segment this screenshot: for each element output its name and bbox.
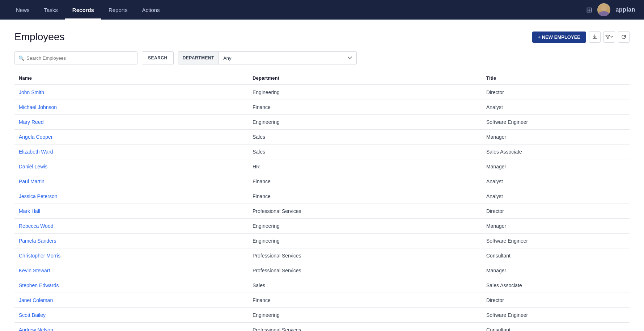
filter-icon [605,34,610,39]
new-employee-button[interactable]: + NEW EMPLOYEE [532,32,586,43]
employee-department: Sales [248,144,482,159]
search-input-wrap: 🔍 [14,51,137,64]
nav-item-news[interactable]: News [9,0,37,20]
header-actions: + NEW EMPLOYEE [532,31,630,43]
employee-title: Manager [482,130,630,144]
employee-department: Professional Services [248,323,482,331]
employee-name-link[interactable]: Rebecca Wood [19,223,53,229]
employee-name-link[interactable]: Angela Cooper [19,134,52,140]
table-row: Daniel Lewis HR Manager [14,159,630,174]
employee-title: Consultant [482,248,630,263]
employee-department: HR [248,159,482,174]
employee-name-link[interactable]: Mary Reed [19,119,43,125]
table-row: John Smith Engineering Director [14,85,630,100]
refresh-icon [621,34,626,39]
table-row: Paul Martin Finance Analyst [14,174,630,189]
employee-title: Analyst [482,100,630,115]
employee-name-link[interactable]: Andrew Nelson [19,327,53,331]
employee-title: Consultant [482,323,630,331]
employee-name-link[interactable]: Michael Johnson [19,104,57,110]
employee-name-link[interactable]: Pamela Sanders [19,238,56,244]
table-row: Rebecca Wood Engineering Manager [14,219,630,234]
employee-title: Director [482,293,630,308]
table-body: John Smith Engineering Director Michael … [14,85,630,331]
employee-title: Director [482,85,630,100]
download-button[interactable] [589,31,601,43]
table-header-row: Name Department Title [14,72,630,85]
employee-title: Sales Associate [482,278,630,293]
employee-name-link[interactable]: Paul Martin [19,179,45,184]
nav-item-reports[interactable]: Reports [101,0,135,20]
employees-table: Name Department Title John Smith Enginee… [14,72,630,331]
nav-links: News Tasks Records Reports Actions [9,0,586,20]
employee-department: Sales [248,130,482,144]
employee-title: Sales Associate [482,144,630,159]
dept-filter: DEPARTMENT AnyEngineeringFinanceHRProfes… [178,51,357,64]
employee-department: Engineering [248,234,482,248]
nav-right: ⊞ appian [586,3,635,16]
col-header-title: Title [482,72,630,85]
employee-title: Manager [482,263,630,278]
employee-title: Software Engineer [482,115,630,130]
employee-title: Analyst [482,189,630,204]
table-row: Janet Coleman Finance Director [14,293,630,308]
filter-button[interactable] [603,31,615,43]
employee-department: Engineering [248,308,482,323]
page-header: Employees + NEW EMPLOYEE [14,31,630,43]
table-header: Name Department Title [14,72,630,85]
employee-name-link[interactable]: Daniel Lewis [19,164,47,169]
table-row: Pamela Sanders Engineering Software Engi… [14,234,630,248]
table-row: Andrew Nelson Professional Services Cons… [14,323,630,331]
table-row: Scott Bailey Engineering Software Engine… [14,308,630,323]
page-title: Employees [14,31,65,43]
employee-name-link[interactable]: Christopher Morris [19,253,60,259]
nav-item-records[interactable]: Records [65,0,101,20]
employee-name-link[interactable]: Kevin Stewart [19,268,50,273]
employee-title: Director [482,204,630,219]
employee-title: Software Engineer [482,308,630,323]
nav-item-actions[interactable]: Actions [135,0,167,20]
download-icon [592,34,597,39]
table-row: Angela Cooper Sales Manager [14,130,630,144]
employee-title: Manager [482,219,630,234]
employee-department: Engineering [248,85,482,100]
employee-department: Professional Services [248,248,482,263]
employee-department: Finance [248,100,482,115]
employee-department: Professional Services [248,263,482,278]
nav-item-tasks[interactable]: Tasks [37,0,65,20]
table-row: Jessica Peterson Finance Analyst [14,189,630,204]
search-icon: 🔍 [18,55,24,61]
table-row: Christopher Morris Professional Services… [14,248,630,263]
employee-name-link[interactable]: Jessica Peterson [19,193,58,199]
employee-title: Manager [482,159,630,174]
employee-name-link[interactable]: Janet Coleman [19,297,53,303]
employee-department: Finance [248,189,482,204]
brand-label: appian [615,7,635,13]
employee-department: Sales [248,278,482,293]
employee-department: Engineering [248,219,482,234]
col-header-name: Name [14,72,248,85]
refresh-button[interactable] [618,31,630,43]
avatar[interactable] [597,3,610,16]
grid-icon[interactable]: ⊞ [586,5,592,14]
dept-select[interactable]: AnyEngineeringFinanceHRProfessional Serv… [219,52,356,64]
navbar: News Tasks Records Reports Actions ⊞ app… [0,0,644,20]
table-row: Michael Johnson Finance Analyst [14,100,630,115]
employee-name-link[interactable]: Stephen Edwards [19,282,59,288]
chevron-down-icon [610,35,613,38]
table-row: Kevin Stewart Professional Services Mana… [14,263,630,278]
table-row: Elizabeth Ward Sales Sales Associate [14,144,630,159]
employee-title: Analyst [482,174,630,189]
col-header-department: Department [248,72,482,85]
main-container: Employees + NEW EMPLOYEE [0,20,644,331]
table-row: Stephen Edwards Sales Sales Associate [14,278,630,293]
employee-name-link[interactable]: Scott Bailey [19,312,46,318]
employee-name-link[interactable]: Mark Hall [19,208,40,214]
search-input[interactable] [26,55,134,61]
dept-filter-label: DEPARTMENT [178,52,219,64]
employee-title: Software Engineer [482,234,630,248]
employee-department: Finance [248,174,482,189]
search-button[interactable]: SEARCH [142,51,174,64]
employee-name-link[interactable]: John Smith [19,89,44,95]
employee-name-link[interactable]: Elizabeth Ward [19,149,53,155]
